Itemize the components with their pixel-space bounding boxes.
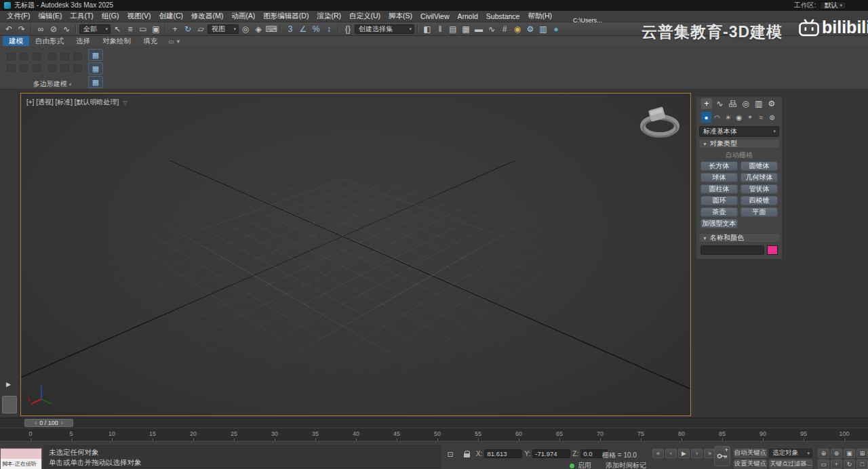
toolbar-unlink-selection[interactable]: ⊘ (47, 23, 60, 35)
menu-item[interactable]: 渲染(R) (313, 11, 345, 22)
toolbar-toggle-scene-explorer[interactable]: ▤ (447, 23, 459, 35)
ribbon-button[interactable] (46, 52, 58, 62)
create-cylinder[interactable]: 圆柱体 (701, 184, 738, 194)
maxscript-mini-listener[interactable]: 脚本-正在侦听 (0, 448, 42, 469)
toolbar-material-editor[interactable]: ◉ (511, 23, 524, 35)
toolbar-keyboard-shortcut-override[interactable]: ⌨ (265, 23, 277, 35)
ribbon-button[interactable] (59, 52, 71, 62)
time-slider-track[interactable]: ‹ 0 / 100 › (0, 417, 868, 428)
toolbar-use-pivot-point-center[interactable]: ◎ (239, 23, 252, 35)
toolbar-selection-filter[interactable]: 全部 (79, 24, 111, 34)
toolbar-reference-coordinate-system[interactable]: 视图 (208, 24, 239, 34)
toolbar-angle-snap-toggle[interactable]: ∠ (297, 23, 309, 35)
menu-item[interactable]: 帮助(H) (524, 11, 556, 22)
ribbon-button[interactable] (31, 63, 43, 73)
time-slider-handle[interactable]: ‹ 0 / 100 › (24, 419, 73, 427)
create-tube[interactable]: 管状体 (741, 184, 778, 194)
mini-curve-editor-button[interactable] (2, 396, 17, 413)
menu-item[interactable]: 动画(A) (227, 11, 259, 22)
create-torus[interactable]: 圆环 (701, 196, 738, 205)
key-filters-button[interactable]: 关键点过滤器... (769, 460, 812, 468)
toolbar-curve-editor[interactable]: ∿ (486, 23, 498, 35)
ribbon-tab-selection[interactable]: 选择 (70, 36, 96, 46)
toolbar-mirror[interactable]: ◧ (421, 23, 433, 35)
object-name-input[interactable] (701, 245, 764, 255)
toolbar-redo[interactable]: ↷ (16, 23, 28, 35)
create-cone[interactable]: 圆锥体 (741, 161, 778, 171)
menu-item[interactable]: 文件(F) (3, 11, 34, 22)
panel-tab-utilities[interactable]: ⚙ (766, 98, 777, 109)
toolbar-percent-snap-toggle[interactable]: % (310, 23, 322, 35)
create-geosphere[interactable]: 几何球体 (741, 173, 778, 182)
panel-tab-motion[interactable]: ◎ (741, 98, 751, 109)
viewport-filter-icon[interactable]: ▽ (123, 100, 127, 106)
panel-tab-display[interactable]: ▥ (753, 98, 764, 109)
create-pyramid[interactable]: 四棱锥 (741, 196, 778, 205)
ribbon-tab-freeform[interactable]: 自由形式 (29, 36, 70, 46)
toolbar-select-by-name[interactable]: ≡ (124, 23, 136, 35)
viewcube[interactable] (637, 104, 682, 145)
toolbar-select-and-rotate[interactable]: ↻ (182, 23, 194, 35)
nav-pan-view[interactable]: + (831, 460, 842, 469)
panel-tab-hierarchy[interactable]: 品 (727, 98, 738, 109)
create-teapot[interactable]: 茶壶 (701, 207, 738, 217)
nav-zoom[interactable]: ⊕ (818, 449, 829, 458)
frame-back-arrow-icon[interactable]: ‹ (32, 420, 39, 426)
menu-item[interactable]: 编辑(E) (34, 11, 66, 22)
category-geometry[interactable]: ● (701, 112, 711, 123)
ribbon-button[interactable] (59, 63, 71, 73)
toolbar-render-setup[interactable]: ⚙ (524, 23, 536, 35)
frame-forward-arrow-icon[interactable]: › (58, 420, 66, 426)
rollout-object-type[interactable]: ▼ 对象类型 (698, 139, 780, 148)
playback-go-to-start[interactable]: « (652, 449, 664, 458)
toolbar-rendered-frame-window[interactable]: ▥ (537, 23, 549, 35)
ribbon-button[interactable] (18, 52, 30, 62)
workspace-selector[interactable]: 默认 ▾ (820, 1, 846, 9)
ribbon-button[interactable] (5, 52, 17, 62)
auto-key-button[interactable]: 自动关键点 (734, 449, 767, 457)
ribbon-button[interactable] (5, 63, 17, 73)
subcategory-dropdown[interactable]: 标准基本体 (699, 126, 779, 137)
rollout-name-color[interactable]: ▼ 名称和颜色 (698, 233, 780, 243)
play-strip-icon[interactable]: ▶ (6, 381, 11, 388)
menu-item[interactable]: 脚本(S) (384, 11, 416, 22)
menu-item[interactable]: 工具(T) (66, 11, 97, 22)
playback-next-frame[interactable]: › (691, 449, 703, 458)
create-box[interactable]: 长方体 (701, 161, 738, 171)
listener-macro-line[interactable] (1, 449, 41, 459)
ribbon-tab-modeling[interactable]: 建模 (3, 36, 29, 46)
set-key-button[interactable]: + (714, 446, 730, 466)
nav-zoom-region[interactable]: ▭ (818, 460, 829, 469)
panel-tab-create[interactable]: + (701, 98, 712, 109)
menu-item[interactable]: CivilView (416, 11, 453, 22)
nav-orbit-viewport[interactable]: ↻ (844, 460, 855, 469)
add-time-tag[interactable]: 添加时间标记 (606, 461, 646, 469)
create-plane[interactable]: 平面 (741, 207, 778, 217)
chevron-down-icon[interactable]: ▾ (177, 38, 180, 45)
menu-item[interactable]: Substance (482, 11, 524, 22)
playback-previous-frame[interactable]: ‹ (665, 449, 677, 458)
toolbar-render-production[interactable]: ● (550, 23, 562, 35)
y-coordinate-field[interactable]: -71.974 (532, 449, 570, 458)
toolbar-window-crossing-toggle[interactable]: ▣ (150, 23, 162, 35)
toolbar-bind-to-space-warp[interactable]: ∿ (60, 23, 73, 35)
isolate-selection-icon[interactable]: ⊡ (445, 449, 456, 459)
menu-item[interactable]: 图形编辑器(D) (259, 11, 313, 22)
create-sphere[interactable]: 球体 (701, 173, 738, 182)
toolbar-select-and-link[interactable]: ∞ (35, 23, 47, 35)
toolbar-select-and-manipulate[interactable]: ◈ (252, 23, 264, 35)
ribbon-collapse-icon[interactable]: ▭ (168, 38, 174, 45)
category-systems[interactable]: ⊛ (767, 112, 777, 123)
toolbar-select-object[interactable]: ↖ (111, 23, 123, 35)
toolbar-toggle-layer-explorer[interactable]: ▦ (460, 23, 472, 35)
set-key-mode-button[interactable]: 设置关键点 (734, 460, 767, 468)
ribbon-panel-label[interactable]: 多边形建模 ▾ (9, 79, 95, 89)
ribbon-button[interactable] (46, 63, 58, 73)
menu-item[interactable]: 视图(V) (123, 11, 155, 22)
nav-zoom-all[interactable]: ⊛ (831, 449, 842, 458)
nav-maximize-viewport-toggle[interactable]: □ (856, 460, 868, 469)
panel-tab-modify[interactable]: ∿ (714, 98, 725, 109)
nav-zoom-extents-all[interactable]: ⊞ (856, 449, 868, 458)
category-helpers[interactable]: ⌖ (745, 112, 755, 123)
toolbar-schematic-view[interactable]: # (498, 23, 511, 35)
